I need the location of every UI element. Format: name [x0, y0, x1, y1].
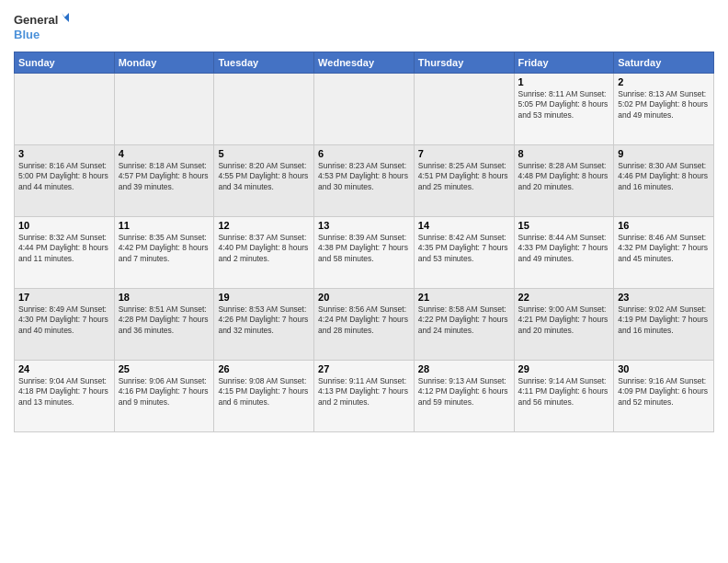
day-info: Sunrise: 8:46 AM Sunset: 4:32 PM Dayligh…: [618, 233, 710, 264]
calendar-cell: 3Sunrise: 8:16 AM Sunset: 5:00 PM Daylig…: [15, 145, 115, 217]
day-info: Sunrise: 8:20 AM Sunset: 4:55 PM Dayligh…: [218, 161, 310, 192]
day-info: Sunrise: 9:00 AM Sunset: 4:21 PM Dayligh…: [518, 304, 610, 336]
day-info: Sunrise: 8:39 AM Sunset: 4:38 PM Dayligh…: [318, 233, 410, 264]
calendar-cell: 5Sunrise: 8:20 AM Sunset: 4:55 PM Daylig…: [214, 145, 314, 217]
header: General Blue: [14, 9, 714, 44]
page: General Blue SundayMondayTuesdayWednesda…: [0, 0, 728, 563]
day-info: Sunrise: 8:30 AM Sunset: 4:46 PM Dayligh…: [618, 161, 710, 192]
day-number: 3: [18, 148, 110, 159]
calendar-cell: 16Sunrise: 8:46 AM Sunset: 4:32 PM Dayli…: [614, 217, 714, 289]
calendar-cell: 24Sunrise: 9:04 AM Sunset: 4:18 PM Dayli…: [15, 361, 115, 432]
day-info: Sunrise: 8:13 AM Sunset: 5:02 PM Dayligh…: [618, 89, 710, 121]
day-info: Sunrise: 8:56 AM Sunset: 4:24 PM Dayligh…: [318, 304, 410, 336]
calendar-cell: [314, 74, 415, 145]
day-number: 13: [318, 220, 410, 231]
day-number: 2: [618, 76, 710, 87]
day-number: 27: [318, 363, 410, 374]
calendar-cell: 12Sunrise: 8:37 AM Sunset: 4:40 PM Dayli…: [214, 217, 314, 289]
day-info: Sunrise: 8:16 AM Sunset: 5:00 PM Dayligh…: [18, 161, 110, 192]
calendar-cell: 30Sunrise: 9:16 AM Sunset: 4:09 PM Dayli…: [614, 361, 714, 432]
calendar-week-row: 24Sunrise: 9:04 AM Sunset: 4:18 PM Dayli…: [15, 361, 714, 432]
day-number: 18: [119, 292, 210, 303]
day-number: 24: [18, 363, 110, 374]
day-number: 11: [119, 220, 210, 231]
day-info: Sunrise: 9:14 AM Sunset: 4:11 PM Dayligh…: [518, 376, 610, 408]
calendar-cell: 21Sunrise: 8:58 AM Sunset: 4:22 PM Dayli…: [414, 289, 514, 361]
day-info: Sunrise: 8:37 AM Sunset: 4:40 PM Dayligh…: [218, 233, 310, 264]
calendar-day-header: Monday: [114, 52, 214, 74]
day-number: 5: [218, 148, 310, 159]
calendar-cell: 22Sunrise: 9:00 AM Sunset: 4:21 PM Dayli…: [514, 289, 614, 361]
calendar-week-row: 10Sunrise: 8:32 AM Sunset: 4:44 PM Dayli…: [15, 217, 714, 289]
day-number: 28: [418, 363, 510, 374]
calendar-day-header: Thursday: [414, 52, 514, 74]
day-info: Sunrise: 8:44 AM Sunset: 4:33 PM Dayligh…: [518, 233, 610, 264]
calendar-cell: 19Sunrise: 8:53 AM Sunset: 4:26 PM Dayli…: [214, 289, 314, 361]
day-info: Sunrise: 8:35 AM Sunset: 4:42 PM Dayligh…: [119, 233, 210, 264]
calendar-day-header: Friday: [514, 52, 614, 74]
logo-svg: General Blue: [14, 9, 69, 44]
calendar-cell: 4Sunrise: 8:18 AM Sunset: 4:57 PM Daylig…: [114, 145, 214, 217]
day-number: 8: [518, 148, 610, 159]
day-number: 25: [119, 363, 210, 374]
calendar-cell: 17Sunrise: 8:49 AM Sunset: 4:30 PM Dayli…: [15, 289, 115, 361]
day-info: Sunrise: 8:49 AM Sunset: 4:30 PM Dayligh…: [18, 304, 110, 336]
calendar-cell: 1Sunrise: 8:11 AM Sunset: 5:05 PM Daylig…: [514, 74, 614, 145]
calendar-cell: 10Sunrise: 8:32 AM Sunset: 4:44 PM Dayli…: [15, 217, 115, 289]
day-info: Sunrise: 8:25 AM Sunset: 4:51 PM Dayligh…: [418, 161, 510, 192]
day-number: 20: [318, 292, 410, 303]
day-info: Sunrise: 8:11 AM Sunset: 5:05 PM Dayligh…: [518, 89, 610, 121]
day-number: 12: [218, 220, 310, 231]
calendar-cell: 13Sunrise: 8:39 AM Sunset: 4:38 PM Dayli…: [314, 217, 415, 289]
svg-text:Blue: Blue: [14, 28, 40, 41]
day-info: Sunrise: 8:42 AM Sunset: 4:35 PM Dayligh…: [418, 233, 510, 264]
logo: General Blue: [14, 9, 69, 44]
calendar-week-row: 1Sunrise: 8:11 AM Sunset: 5:05 PM Daylig…: [15, 74, 714, 145]
svg-text:General: General: [14, 13, 58, 27]
day-info: Sunrise: 8:23 AM Sunset: 4:53 PM Dayligh…: [318, 161, 410, 192]
day-info: Sunrise: 9:04 AM Sunset: 4:18 PM Dayligh…: [18, 376, 110, 408]
day-number: 17: [18, 292, 110, 303]
day-info: Sunrise: 9:02 AM Sunset: 4:19 PM Dayligh…: [618, 304, 710, 336]
calendar-cell: 20Sunrise: 8:56 AM Sunset: 4:24 PM Dayli…: [314, 289, 415, 361]
day-info: Sunrise: 9:16 AM Sunset: 4:09 PM Dayligh…: [618, 376, 710, 408]
day-number: 4: [119, 148, 210, 159]
calendar-cell: [15, 74, 115, 145]
day-number: 10: [18, 220, 110, 231]
calendar-cell: 27Sunrise: 9:11 AM Sunset: 4:13 PM Dayli…: [314, 361, 415, 432]
calendar-day-header: Tuesday: [214, 52, 314, 74]
calendar-day-header: Wednesday: [314, 52, 415, 74]
day-number: 26: [218, 363, 310, 374]
day-info: Sunrise: 8:58 AM Sunset: 4:22 PM Dayligh…: [418, 304, 510, 336]
day-number: 21: [418, 292, 510, 303]
calendar-cell: [114, 74, 214, 145]
calendar-table: SundayMondayTuesdayWednesdayThursdayFrid…: [14, 52, 714, 432]
calendar-cell: [414, 74, 514, 145]
day-number: 15: [518, 220, 610, 231]
calendar-cell: 18Sunrise: 8:51 AM Sunset: 4:28 PM Dayli…: [114, 289, 214, 361]
calendar-week-row: 17Sunrise: 8:49 AM Sunset: 4:30 PM Dayli…: [15, 289, 714, 361]
calendar-cell: 14Sunrise: 8:42 AM Sunset: 4:35 PM Dayli…: [414, 217, 514, 289]
day-number: 30: [618, 363, 710, 374]
day-info: Sunrise: 8:28 AM Sunset: 4:48 PM Dayligh…: [518, 161, 610, 192]
day-number: 19: [218, 292, 310, 303]
calendar-cell: 11Sunrise: 8:35 AM Sunset: 4:42 PM Dayli…: [114, 217, 214, 289]
calendar-cell: 15Sunrise: 8:44 AM Sunset: 4:33 PM Dayli…: [514, 217, 614, 289]
day-info: Sunrise: 9:11 AM Sunset: 4:13 PM Dayligh…: [318, 376, 410, 408]
calendar-cell: 2Sunrise: 8:13 AM Sunset: 5:02 PM Daylig…: [614, 74, 714, 145]
day-number: 23: [618, 292, 710, 303]
calendar-week-row: 3Sunrise: 8:16 AM Sunset: 5:00 PM Daylig…: [15, 145, 714, 217]
day-info: Sunrise: 8:51 AM Sunset: 4:28 PM Dayligh…: [119, 304, 210, 336]
calendar-cell: 28Sunrise: 9:13 AM Sunset: 4:12 PM Dayli…: [414, 361, 514, 432]
calendar-day-header: Saturday: [614, 52, 714, 74]
calendar-cell: 25Sunrise: 9:06 AM Sunset: 4:16 PM Dayli…: [114, 361, 214, 432]
day-number: 9: [618, 148, 710, 159]
day-info: Sunrise: 9:13 AM Sunset: 4:12 PM Dayligh…: [418, 376, 510, 408]
day-info: Sunrise: 8:18 AM Sunset: 4:57 PM Dayligh…: [119, 161, 210, 192]
day-info: Sunrise: 9:08 AM Sunset: 4:15 PM Dayligh…: [218, 376, 310, 408]
day-number: 6: [318, 148, 410, 159]
calendar-cell: 8Sunrise: 8:28 AM Sunset: 4:48 PM Daylig…: [514, 145, 614, 217]
day-info: Sunrise: 8:32 AM Sunset: 4:44 PM Dayligh…: [18, 233, 110, 264]
calendar-cell: 26Sunrise: 9:08 AM Sunset: 4:15 PM Dayli…: [214, 361, 314, 432]
day-number: 16: [618, 220, 710, 231]
